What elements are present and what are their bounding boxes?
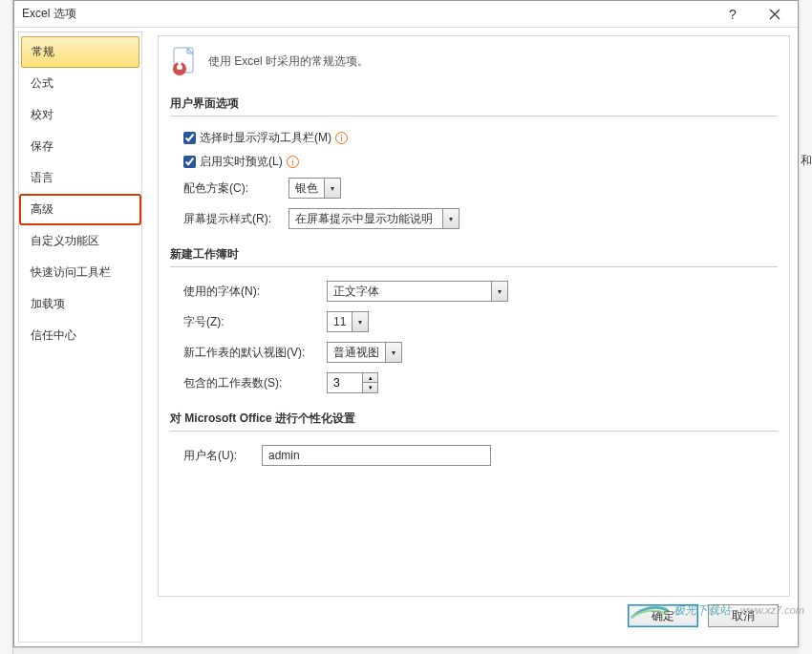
color-scheme-label: 配色方案(C): bbox=[183, 180, 288, 197]
sidebar-item-trust-center[interactable]: 信任中心 bbox=[19, 320, 141, 351]
page-header: 使用 Excel 时采用的常规选项。 bbox=[170, 46, 778, 76]
bg-right-strip bbox=[799, 0, 812, 654]
options-page-icon bbox=[170, 46, 201, 76]
mini-toolbar-checkbox[interactable] bbox=[183, 132, 196, 144]
sidebar-item-language[interactable]: 语言 bbox=[19, 162, 141, 194]
username-label: 用户名(U): bbox=[183, 448, 262, 464]
help-button[interactable]: ? bbox=[712, 2, 754, 27]
close-icon bbox=[769, 9, 780, 20]
sidebar-item-advanced[interactable]: 高级 bbox=[19, 194, 141, 225]
mini-toolbar-row: 选择时显示浮动工具栏(M) i bbox=[170, 130, 778, 146]
sheets-spinner[interactable]: 3 ▴ ▾ bbox=[327, 372, 378, 393]
dialog-footer: 确定 取消 bbox=[158, 597, 790, 639]
font-value: 正文字体 bbox=[328, 284, 491, 300]
dialog-title: Excel 选项 bbox=[22, 6, 712, 22]
chevron-down-icon: ▾ bbox=[442, 209, 459, 228]
info-icon[interactable]: i bbox=[287, 156, 299, 168]
chevron-down-icon: ▾ bbox=[491, 282, 507, 301]
live-preview-row: 启用实时预览(L) i bbox=[170, 154, 778, 170]
view-row: 新工作表的默认视图(V): 普通视图 ▾ bbox=[170, 342, 778, 363]
font-label: 使用的字体(N): bbox=[183, 284, 327, 300]
size-label: 字号(Z): bbox=[183, 314, 327, 330]
view-label: 新工作表的默认视图(V): bbox=[183, 345, 327, 361]
svg-rect-2 bbox=[177, 65, 182, 70]
color-scheme-row: 配色方案(C): 银色 ▾ bbox=[170, 178, 778, 199]
sidebar-item-qat[interactable]: 快速访问工具栏 bbox=[19, 257, 141, 288]
username-row: 用户名(U): bbox=[170, 445, 778, 466]
screentip-value: 在屏幕提示中显示功能说明 bbox=[289, 211, 442, 227]
sidebar-item-general[interactable]: 常规 bbox=[21, 36, 139, 68]
page-header-text: 使用 Excel 时采用的常规选项。 bbox=[208, 53, 369, 70]
sheets-row: 包含的工作表数(S): 3 ▴ ▾ bbox=[170, 372, 778, 393]
close-button[interactable] bbox=[754, 2, 796, 27]
size-value: 11 bbox=[328, 315, 352, 328]
category-sidebar: 常规 公式 校对 保存 语言 高级 自定义功能区 快速访问工具栏 加载项 信任中… bbox=[18, 32, 142, 643]
mini-toolbar-label[interactable]: 选择时显示浮动工具栏(M) bbox=[200, 130, 331, 146]
bg-left-strip bbox=[0, 0, 13, 654]
dialog-body: 常规 公式 校对 保存 语言 高级 自定义功能区 快速访问工具栏 加载项 信任中… bbox=[14, 28, 798, 646]
section-ui-title: 用户界面选项 bbox=[170, 95, 778, 116]
sidebar-item-formulas[interactable]: 公式 bbox=[19, 68, 141, 99]
sheets-value: 3 bbox=[328, 373, 362, 392]
spinner-buttons: ▴ ▾ bbox=[362, 373, 377, 392]
sidebar-item-customize-ribbon[interactable]: 自定义功能区 bbox=[19, 225, 141, 257]
spinner-down-icon[interactable]: ▾ bbox=[363, 383, 377, 392]
view-value: 普通视图 bbox=[328, 345, 385, 361]
options-dialog: Excel 选项 ? 常规 公式 校对 保存 语言 高级 自定义功能区 快速访问… bbox=[13, 0, 799, 647]
size-row: 字号(Z): 11 ▾ bbox=[170, 311, 778, 332]
color-scheme-select[interactable]: 银色 ▾ bbox=[288, 178, 341, 199]
sidebar-item-proofing[interactable]: 校对 bbox=[19, 99, 141, 131]
screentip-select[interactable]: 在屏幕提示中显示功能说明 ▾ bbox=[288, 208, 459, 229]
svg-point-3 bbox=[178, 61, 182, 65]
section-personalize-title: 对 Microsoft Office 进行个性化设置 bbox=[170, 411, 778, 432]
chevron-down-icon: ▾ bbox=[385, 343, 401, 362]
section-workbook-title: 新建工作簿时 bbox=[170, 246, 778, 267]
info-icon[interactable]: i bbox=[335, 132, 348, 144]
font-select[interactable]: 正文字体 ▾ bbox=[327, 281, 508, 302]
chevron-down-icon: ▾ bbox=[352, 312, 368, 331]
sidebar-item-save[interactable]: 保存 bbox=[19, 131, 141, 162]
chevron-down-icon: ▾ bbox=[324, 179, 340, 198]
font-row: 使用的字体(N): 正文字体 ▾ bbox=[170, 281, 778, 302]
live-preview-checkbox[interactable] bbox=[183, 156, 196, 168]
bg-text-snippet: 和 bbox=[801, 153, 812, 169]
content-inner: 使用 Excel 时采用的常规选项。 用户界面选项 选择时显示浮动工具栏(M) … bbox=[158, 35, 790, 597]
screentip-row: 屏幕提示样式(R): 在屏幕提示中显示功能说明 ▾ bbox=[170, 208, 778, 229]
screentip-label: 屏幕提示样式(R): bbox=[183, 211, 288, 227]
cancel-button[interactable]: 取消 bbox=[708, 604, 779, 627]
size-select[interactable]: 11 ▾ bbox=[327, 311, 369, 332]
content-panel: 使用 Excel 时采用的常规选项。 用户界面选项 选择时显示浮动工具栏(M) … bbox=[146, 28, 798, 646]
ok-button[interactable]: 确定 bbox=[628, 604, 698, 627]
username-input[interactable] bbox=[262, 445, 491, 466]
spinner-up-icon[interactable]: ▴ bbox=[363, 373, 377, 383]
titlebar: Excel 选项 ? bbox=[14, 1, 798, 28]
sheets-label: 包含的工作表数(S): bbox=[183, 375, 327, 391]
color-scheme-value: 银色 bbox=[289, 180, 324, 197]
sidebar-item-addins[interactable]: 加载项 bbox=[19, 288, 141, 320]
view-select[interactable]: 普通视图 ▾ bbox=[327, 342, 402, 363]
live-preview-label[interactable]: 启用实时预览(L) bbox=[200, 154, 283, 170]
